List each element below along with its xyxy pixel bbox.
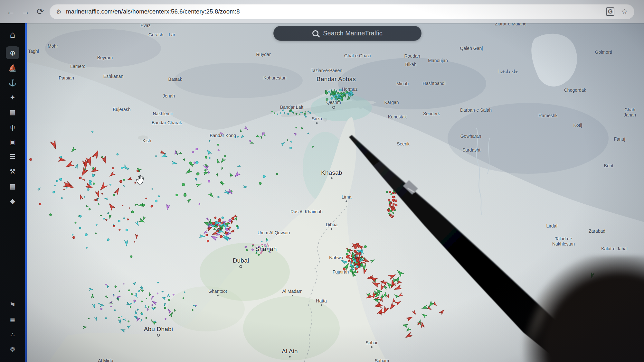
screen: EvazGerashLarMohrTaghiBeyramRuydarGhal-e… <box>0 0 644 362</box>
hand-cursor-icon <box>135 174 146 185</box>
marinetraffic-search[interactable]: Search MarineTraffic <box>273 26 421 41</box>
news-icon[interactable]: ☰ <box>6 150 19 163</box>
search-placeholder: Search MarineTraffic <box>323 30 383 37</box>
search-icon <box>312 30 318 36</box>
companies-icon[interactable]: ▦ <box>6 106 19 118</box>
browser-toolbar: ← → ⟳ ⚙ marinetraffic.com/en/ais/home/ce… <box>0 0 644 23</box>
vessels-icon[interactable]: ⛵ <box>6 61 19 74</box>
ais-stations-icon[interactable]: ψ <box>6 120 19 133</box>
photos-icon[interactable]: ▣ <box>6 135 19 148</box>
forward-button[interactable]: → <box>18 4 33 19</box>
map-landmass <box>0 0 644 362</box>
url-field[interactable]: ⚙ marinetraffic.com/en/ais/home/centerx:… <box>50 4 634 19</box>
data-icon[interactable]: ▤ <box>6 180 19 192</box>
back-button[interactable]: ← <box>3 4 18 19</box>
tags-icon[interactable]: ⚑ <box>6 298 19 311</box>
bookmark-star-icon[interactable]: ☆ <box>621 7 628 16</box>
marinetraffic-logo-icon[interactable]: ⌂ <box>6 28 19 41</box>
url-text[interactable]: marinetraffic.com/en/ais/home/centerx:56… <box>66 8 240 15</box>
navigation-lights-icon[interactable]: ✦ <box>6 91 19 104</box>
site-settings-icon[interactable]: ⚙ <box>56 8 62 15</box>
share-icon[interactable]: ∴ <box>6 328 19 341</box>
sidebar: ⌂⊕⛵⚓✦▦ψ▣☰⚒▤◆ ⚑≣∴☸ <box>0 23 25 362</box>
protect-icon[interactable]: ◆ <box>6 194 19 207</box>
marinetraffic-live-map[interactable]: EvazGerashLarMohrTaghiBeyramRuydarGhal-e… <box>0 0 644 362</box>
reload-button[interactable]: ⟳ <box>33 4 48 19</box>
tools-icon[interactable]: ⚒ <box>6 165 19 178</box>
live-map-icon[interactable]: ⊕ <box>6 46 19 59</box>
sidebar-accent-edge <box>25 23 27 362</box>
layers-icon[interactable]: ≣ <box>6 313 19 326</box>
helm-icon[interactable]: ☸ <box>6 343 19 356</box>
ports-icon[interactable]: ⚓ <box>6 76 19 89</box>
translate-icon[interactable]: G <box>606 7 614 16</box>
